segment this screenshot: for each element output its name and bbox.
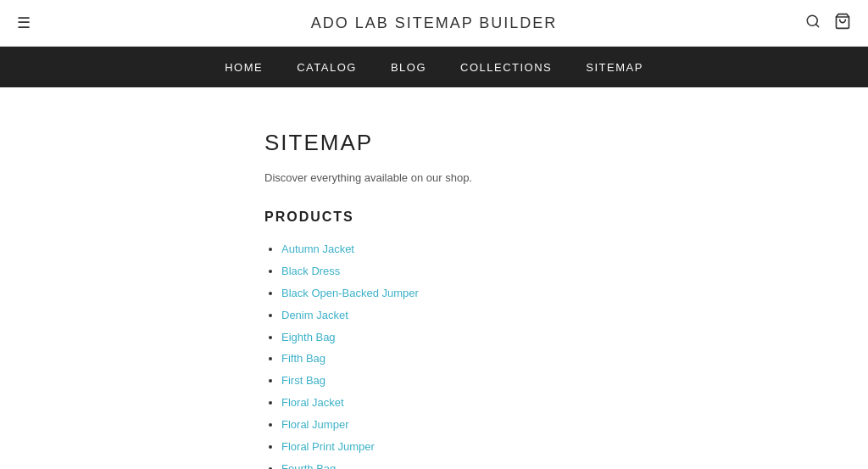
nav-item-home[interactable]: HOME <box>225 61 263 74</box>
list-item: Black Open-Backed Jumper <box>281 282 756 304</box>
main-content: SITEMAP Discover everything available on… <box>95 87 773 469</box>
list-item: Eighth Bag <box>281 327 756 349</box>
product-link[interactable]: Floral Jacket <box>281 396 344 409</box>
cart-icon[interactable] <box>834 13 851 34</box>
main-nav: HOMECATALOGBLOGCOLLECTIONSSITEMAP <box>0 47 868 87</box>
list-item: Denim Jacket <box>281 304 756 327</box>
nav-item-blog[interactable]: BLOG <box>391 61 426 74</box>
product-link[interactable]: Black Dress <box>281 265 340 277</box>
product-link[interactable]: Floral Jumper <box>281 418 348 431</box>
product-link[interactable]: First Bag <box>281 374 326 387</box>
sitemap-heading: SITEMAP <box>264 130 756 156</box>
list-item: Autumn Jacket <box>281 238 756 260</box>
list-item: Floral Jacket <box>281 392 756 414</box>
products-heading: PRODUCTS <box>264 209 756 225</box>
product-list: Autumn JacketBlack DressBlack Open-Backe… <box>264 238 756 469</box>
sitemap-description: Discover everything available on our sho… <box>264 171 756 184</box>
site-title: ADO LAB SITEMAP BUILDER <box>311 14 558 32</box>
product-link[interactable]: Denim Jacket <box>281 309 348 321</box>
site-header: ☰ ADO LAB SITEMAP BUILDER <box>0 0 868 47</box>
nav-item-collections[interactable]: COLLECTIONS <box>460 61 552 74</box>
nav-item-sitemap[interactable]: SITEMAP <box>586 61 643 74</box>
product-link[interactable]: Autumn Jacket <box>281 243 354 255</box>
product-link[interactable]: Black Open-Backed Jumper <box>281 287 419 299</box>
menu-icon[interactable]: ☰ <box>17 14 31 32</box>
list-item: Fifth Bag <box>281 348 756 370</box>
search-icon[interactable] <box>805 14 821 33</box>
list-item: Black Dress <box>281 260 756 282</box>
list-item: Floral Jumper <box>281 414 756 436</box>
nav-item-catalog[interactable]: CATALOG <box>297 61 357 74</box>
header-icons <box>805 13 851 34</box>
list-item: Floral Print Jumper <box>281 436 756 458</box>
product-link[interactable]: Fifth Bag <box>281 352 326 365</box>
svg-line-1 <box>815 24 818 26</box>
list-item: Fourth Bag <box>281 458 756 469</box>
product-link[interactable]: Eighth Bag <box>281 331 336 343</box>
product-link[interactable]: Fourth Bag <box>281 462 336 469</box>
product-link[interactable]: Floral Print Jumper <box>281 440 375 453</box>
list-item: First Bag <box>281 370 756 392</box>
